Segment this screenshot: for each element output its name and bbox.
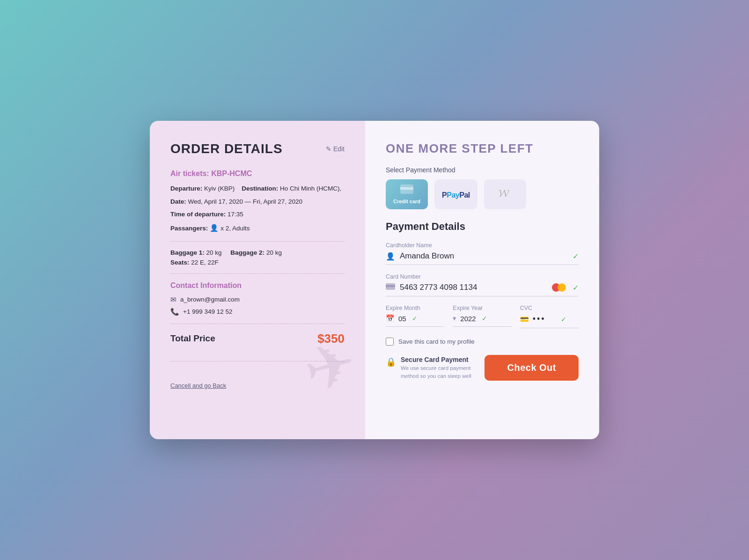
secure-info: 🔒 Secure Card Payment We use secure card…: [386, 356, 476, 379]
divider-4: [170, 361, 345, 361]
credit-card-label: Credit card: [393, 199, 420, 204]
total-row: Total Price $350: [170, 332, 345, 346]
passengers-row: Passangers: 👤 x 2, Adults: [170, 222, 345, 234]
cardholder-label: Cardholder Name: [386, 242, 579, 249]
save-card-label: Save this card to my profile: [398, 338, 475, 345]
svg-text:𝓦: 𝓦: [499, 187, 509, 199]
cvc-label: CVC: [520, 305, 579, 311]
card-number-label: Card Number: [386, 273, 579, 280]
right-title: ONE MORE STEP LEFT: [386, 141, 579, 156]
edit-button[interactable]: ✎ Edit: [326, 145, 345, 153]
cvc-icon: 💳: [520, 315, 529, 324]
phone-row: 📞 +1 999 349 12 52: [170, 308, 345, 316]
cvc-wrapper: 💳 ✓: [520, 314, 579, 328]
paypal-icon: PPayPal: [442, 188, 470, 200]
departure-value: Kyiv (KBP): [204, 185, 235, 192]
checkout-button[interactable]: Check Out: [485, 355, 579, 381]
date-label: Date:: [170, 198, 186, 205]
secure-title: Secure Card Payment: [401, 356, 476, 363]
departure-row: Departure: Kyiv (KBP) Destination: Ho Ch…: [170, 184, 345, 194]
card-number-input[interactable]: [400, 283, 547, 292]
baggage1-label: Baggage 1:: [170, 249, 205, 256]
expire-month-col: Expire Month 📅 05 01020304 06070809 1011…: [386, 305, 444, 328]
passengers-label: Passangers:: [170, 225, 208, 232]
lock-icon: 🔒: [386, 357, 396, 367]
divider-3: [170, 324, 345, 324]
time-label: Time of departure:: [170, 211, 226, 218]
destination-label: Destination:: [242, 185, 278, 192]
cvc-input[interactable]: [533, 314, 555, 324]
card-number-field-wrapper: ✓: [386, 283, 579, 296]
seats-row: Seats: 22 E, 22F: [170, 259, 345, 266]
edit-label: Edit: [333, 145, 345, 153]
save-card-checkbox[interactable]: [386, 338, 394, 346]
phone-icon: 📞: [170, 308, 179, 316]
divider-2: [170, 273, 345, 274]
credit-card-button[interactable]: Credit card: [386, 179, 428, 209]
expire-year-label: Expire Year: [453, 305, 511, 311]
cvc-col: CVC 💳 ✓: [520, 305, 579, 328]
baggage-row: Baggage 1: 20 kg Baggage 2: 20 kg: [170, 249, 345, 256]
email-icon: ✉: [170, 295, 176, 304]
date-value: Wed, April 17, 2020 — Fri, April 27, 202…: [188, 198, 302, 205]
credit-card-icon: [400, 184, 413, 197]
person-icon: 👤: [386, 252, 395, 261]
departure-label: Departure:: [170, 185, 202, 192]
edit-icon: ✎: [326, 145, 331, 153]
total-label: Total Price: [170, 333, 215, 344]
secure-text: We use secure card payment method so you…: [401, 364, 476, 379]
phone-value: +1 999 349 12 52: [183, 308, 232, 315]
calendar-year-icon: ▾: [453, 314, 456, 323]
seats-value: 22 E, 22F: [191, 259, 219, 266]
svg-rect-1: [400, 187, 413, 190]
order-details-panel: ORDER DETAILS ✎ Edit Air tickets: KBP-HC…: [150, 121, 365, 439]
card-icon: [386, 283, 395, 292]
calendar-icon: 📅: [386, 314, 395, 323]
passengers-value: x 2, Adults: [220, 225, 250, 232]
cardholder-check-icon: ✓: [573, 252, 579, 261]
seats-label: Seats:: [170, 259, 190, 266]
order-header: ORDER DETAILS ✎ Edit: [170, 141, 345, 156]
svg-rect-4: [386, 285, 395, 287]
payment-details-title: Payment Details: [386, 221, 579, 233]
card-brand-icon: [552, 283, 566, 292]
expire-year-check: ✓: [482, 315, 487, 322]
expire-month-wrapper: 📅 05 01020304 06070809 101112 ✓: [386, 314, 444, 327]
destination-value: Ho Chi Minh (HCMC),: [280, 185, 341, 192]
total-amount: $350: [317, 332, 345, 346]
expire-month-label: Expire Month: [386, 305, 444, 311]
date-row: Date: Wed, April 17, 2020 — Fri, April 2…: [170, 197, 345, 207]
baggage1-value: 20 kg: [206, 249, 222, 256]
email-value: a_brown@gmail.com: [180, 296, 240, 303]
cvc-check: ✓: [561, 316, 566, 323]
card-number-check-icon: ✓: [573, 283, 579, 292]
payment-methods-row: Credit card PPayPal 𝓦: [386, 179, 579, 209]
cardholder-input[interactable]: [400, 251, 568, 261]
google-wallet-button[interactable]: 𝓦: [484, 179, 526, 209]
time-value: 17:35: [228, 211, 243, 218]
baggage2-value: 20 kg: [266, 249, 282, 256]
cancel-button[interactable]: Cancell and go Back: [170, 382, 226, 389]
payment-method-label: Select Payment Method: [386, 166, 579, 174]
save-card-row: Save this card to my profile: [386, 338, 579, 346]
order-title: ORDER DETAILS: [170, 141, 283, 156]
air-tickets-label: Air tickets: KBP-HCMC: [170, 169, 345, 178]
expire-year-wrapper: ▾ 2022 2023202420252026 ✓: [453, 314, 511, 327]
contact-label: Contact Information: [170, 281, 345, 290]
payment-panel: ONE MORE STEP LEFT Select Payment Method…: [365, 121, 599, 439]
expiry-cvc-row: Expire Month 📅 05 01020304 06070809 1011…: [386, 305, 579, 328]
expire-month-select[interactable]: 05 01020304 06070809 101112: [398, 315, 406, 323]
expire-month-check: ✓: [412, 315, 418, 322]
modal-container: ORDER DETAILS ✎ Edit Air tickets: KBP-HC…: [150, 121, 599, 439]
time-row: Time of departure: 17:35: [170, 209, 345, 220]
expire-year-select[interactable]: 2022 2023202420252026: [460, 315, 476, 323]
checkout-row: 🔒 Secure Card Payment We use secure card…: [386, 355, 579, 381]
paypal-button[interactable]: PPayPal: [434, 179, 477, 209]
air-tickets-text: Air tickets:: [170, 169, 209, 177]
cardholder-field-wrapper: 👤 ✓: [386, 251, 579, 265]
email-row: ✉ a_brown@gmail.com: [170, 295, 345, 304]
google-wallet-icon: 𝓦: [499, 186, 512, 202]
divider-1: [170, 241, 345, 242]
baggage2-label: Baggage 2:: [230, 249, 264, 256]
route-text: KBP-HCMC: [211, 169, 252, 177]
